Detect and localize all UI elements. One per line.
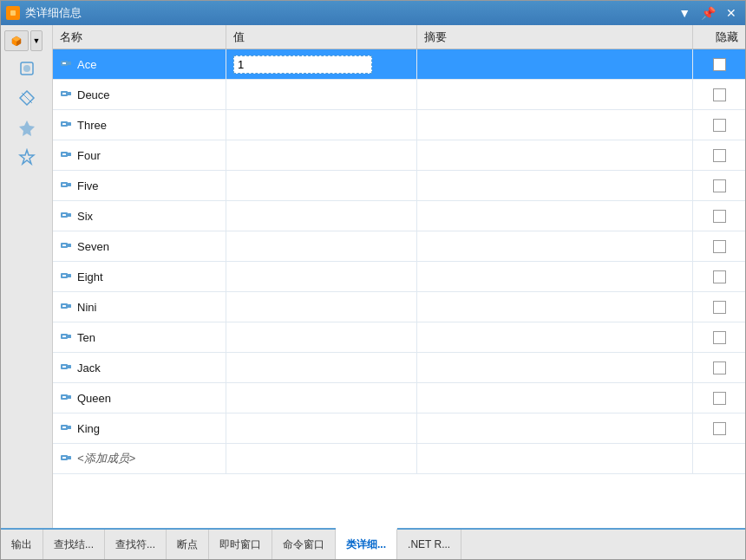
table-row[interactable]: Three bbox=[53, 110, 745, 140]
value-cell[interactable] bbox=[226, 292, 417, 322]
table-row[interactable]: Ten bbox=[53, 322, 745, 353]
table-row[interactable]: Eight bbox=[53, 262, 745, 292]
table-row[interactable]: Ace bbox=[53, 49, 745, 80]
table-row[interactable]: Six bbox=[53, 201, 745, 231]
toolbar-dropdown-button[interactable] bbox=[4, 30, 29, 51]
name-cell[interactable]: Six bbox=[53, 201, 226, 231]
hide-cell[interactable] bbox=[693, 322, 745, 352]
svg-rect-52 bbox=[62, 457, 66, 459]
toolbar-arrow[interactable]: ▼ bbox=[30, 30, 43, 51]
value-cell[interactable] bbox=[226, 353, 417, 382]
name-cell[interactable]: Eight bbox=[53, 262, 226, 291]
table-row[interactable]: Four bbox=[53, 140, 745, 171]
value-cell[interactable] bbox=[226, 413, 417, 443]
value-cell[interactable] bbox=[226, 444, 417, 473]
value-cell[interactable] bbox=[226, 80, 417, 109]
value-cell[interactable] bbox=[226, 201, 417, 231]
close-button[interactable]: ✕ bbox=[723, 7, 740, 19]
name-cell[interactable]: Ten bbox=[53, 322, 226, 352]
col-header-value: 值 bbox=[226, 25, 417, 49]
toolbar-item-shape4[interactable] bbox=[8, 143, 46, 171]
value-cell[interactable] bbox=[226, 171, 417, 200]
table-row[interactable]: Jack bbox=[53, 353, 745, 383]
pin2-button[interactable]: 📌 bbox=[697, 7, 719, 19]
name-cell[interactable]: Three bbox=[53, 110, 226, 140]
table-row[interactable]: Five bbox=[53, 171, 745, 201]
hide-checkbox[interactable] bbox=[713, 422, 726, 435]
status-tab-1[interactable]: 查找结... bbox=[43, 530, 105, 559]
hide-checkbox[interactable] bbox=[713, 361, 726, 374]
add-member-cell[interactable]: <添加成员> bbox=[53, 444, 226, 473]
hide-cell[interactable] bbox=[693, 262, 745, 291]
svg-rect-40 bbox=[62, 335, 66, 337]
value-cell[interactable] bbox=[226, 110, 417, 140]
name-cell[interactable]: Jack bbox=[53, 353, 226, 382]
value-cell[interactable] bbox=[226, 262, 417, 291]
hide-checkbox[interactable] bbox=[713, 119, 726, 132]
table-row[interactable]: Nini bbox=[53, 292, 745, 322]
svg-rect-30 bbox=[68, 244, 71, 247]
field-icon bbox=[60, 330, 72, 342]
value-cell[interactable] bbox=[226, 49, 417, 79]
value-cell[interactable] bbox=[226, 231, 417, 261]
summary-cell bbox=[417, 231, 693, 261]
hide-cell[interactable] bbox=[693, 292, 745, 322]
name-cell[interactable]: Four bbox=[53, 140, 226, 170]
hide-cell[interactable] bbox=[693, 171, 745, 200]
hide-checkbox[interactable] bbox=[713, 331, 726, 344]
name-cell[interactable]: Seven bbox=[53, 231, 226, 261]
svg-rect-24 bbox=[68, 183, 71, 186]
hide-checkbox[interactable] bbox=[713, 58, 726, 71]
svg-rect-31 bbox=[62, 244, 66, 246]
value-cell[interactable] bbox=[226, 383, 417, 413]
hide-cell[interactable] bbox=[693, 49, 745, 79]
status-tab-0[interactable]: 输出 bbox=[1, 530, 43, 559]
name-cell[interactable]: Queen bbox=[53, 383, 226, 413]
svg-rect-28 bbox=[62, 214, 66, 216]
status-tab-5[interactable]: 命令窗口 bbox=[272, 530, 336, 559]
value-cell[interactable] bbox=[226, 322, 417, 352]
status-tab-7[interactable]: .NET R... bbox=[397, 530, 461, 559]
hide-checkbox[interactable] bbox=[713, 301, 726, 314]
hide-checkbox[interactable] bbox=[713, 240, 726, 253]
field-icon-row bbox=[60, 148, 72, 163]
table-row[interactable]: <添加成员> bbox=[53, 444, 745, 474]
hide-checkbox[interactable] bbox=[713, 88, 726, 101]
value-input[interactable] bbox=[233, 55, 372, 74]
table-row[interactable]: Queen bbox=[53, 383, 745, 413]
table-row[interactable]: King bbox=[53, 413, 745, 444]
name-cell[interactable]: Deuce bbox=[53, 80, 226, 109]
hide-cell[interactable] bbox=[693, 140, 745, 170]
toolbar-item-shape3[interactable] bbox=[8, 114, 46, 141]
hide-checkbox[interactable] bbox=[713, 392, 726, 405]
hide-cell[interactable] bbox=[693, 231, 745, 261]
status-tab-4[interactable]: 即时窗口 bbox=[209, 530, 272, 559]
name-cell[interactable]: King bbox=[53, 413, 226, 443]
status-tab-6[interactable]: 类详细... bbox=[336, 528, 397, 559]
window-title: 类详细信息 bbox=[25, 5, 675, 21]
hide-cell[interactable] bbox=[693, 201, 745, 231]
field-icon bbox=[60, 179, 72, 191]
hide-checkbox[interactable] bbox=[713, 270, 726, 283]
hide-checkbox[interactable] bbox=[713, 149, 726, 162]
hide-cell[interactable] bbox=[693, 413, 745, 443]
name-cell[interactable]: Five bbox=[53, 171, 226, 200]
hide-cell[interactable] bbox=[693, 80, 745, 109]
name-cell[interactable]: Ace bbox=[53, 49, 226, 79]
summary-cell bbox=[417, 444, 693, 473]
toolbar-item-shape2[interactable] bbox=[8, 84, 46, 112]
status-tab-3[interactable]: 断点 bbox=[167, 530, 209, 559]
hide-cell[interactable] bbox=[693, 353, 745, 382]
hide-cell[interactable] bbox=[693, 383, 745, 413]
field-icon-add bbox=[60, 452, 72, 466]
table-row[interactable]: Deuce bbox=[53, 80, 745, 110]
hide-checkbox[interactable] bbox=[713, 210, 726, 223]
pin-button[interactable]: ▼ bbox=[675, 7, 694, 19]
toolbar-item-shape1[interactable] bbox=[8, 55, 46, 82]
hide-cell[interactable] bbox=[693, 110, 745, 140]
name-cell[interactable]: Nini bbox=[53, 292, 226, 322]
table-row[interactable]: Seven bbox=[53, 231, 745, 262]
value-cell[interactable] bbox=[226, 140, 417, 170]
status-tab-2[interactable]: 查找符... bbox=[105, 530, 167, 559]
hide-checkbox[interactable] bbox=[713, 179, 726, 192]
